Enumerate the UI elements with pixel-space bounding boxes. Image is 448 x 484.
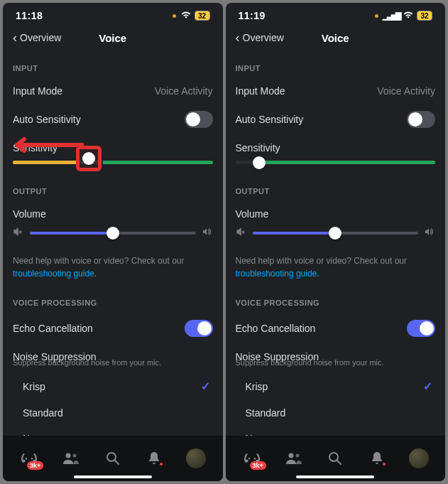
volume-label-row: Volume	[13, 201, 213, 222]
servers-badge: 3k+	[250, 461, 266, 470]
section-header-input: INPUT	[13, 51, 213, 78]
bottom-tab-bar: 3k+	[226, 436, 446, 481]
status-bar: 11:18 32	[3, 3, 223, 24]
svg-point-0	[66, 453, 71, 458]
annotation-arrow-icon	[13, 136, 84, 154]
auto-sensitivity-toggle[interactable]	[185, 111, 213, 128]
input-mode-row[interactable]: Input Mode Voice Activity	[236, 78, 436, 104]
nav-bar: ‹ Overview Voice	[3, 24, 223, 51]
auto-sensitivity-label: Auto Sensitivity	[13, 114, 81, 125]
nav-bar: ‹ Overview Voice	[226, 24, 446, 51]
volume-slider[interactable]	[13, 222, 213, 249]
echo-cancellation-row: Echo Cancellation	[236, 313, 436, 344]
troubleshooting-link[interactable]: troubleshooting guide	[236, 269, 317, 279]
status-icons: ▁▃▅▇ 32	[375, 11, 432, 21]
location-dot-icon	[375, 14, 378, 18]
echo-cancellation-label: Echo Cancellation	[13, 323, 93, 334]
svg-point-3	[288, 453, 293, 458]
wifi-icon	[180, 11, 192, 21]
echo-cancellation-label: Echo Cancellation	[236, 323, 316, 334]
page-title: Voice	[99, 32, 126, 44]
sensitivity-slider[interactable]	[13, 156, 213, 174]
auto-sensitivity-toggle[interactable]	[407, 111, 435, 128]
page-title: Voice	[322, 32, 349, 44]
input-mode-row[interactable]: Input Mode Voice Activity	[13, 78, 213, 104]
status-icons: 32	[173, 11, 210, 21]
back-label: Overview	[20, 32, 61, 43]
tab-search[interactable]	[319, 443, 351, 474]
section-header-voice-processing: VOICE PROCESSING	[13, 286, 213, 313]
bottom-tab-bar: 3k+	[3, 436, 223, 481]
noise-option-krisp[interactable]: Krisp ✓	[13, 372, 213, 400]
status-bar: 11:19 ▁▃▅▇ 32	[226, 3, 446, 24]
wifi-icon	[403, 11, 414, 21]
noise-suppression-subtext: Suppress background noise from your mic.	[13, 358, 213, 372]
chevron-left-icon: ‹	[236, 31, 240, 44]
phone-right: 11:19 ▁▃▅▇ 32 ‹ Overview Voice INPUT I	[226, 3, 446, 481]
tab-servers[interactable]: 3k+	[236, 443, 268, 474]
volume-label: Volume	[13, 208, 46, 220]
section-header-output: OUTPUT	[236, 174, 436, 201]
tab-servers[interactable]: 3k+	[13, 443, 45, 474]
avatar	[186, 448, 206, 468]
section-header-output: OUTPUT	[13, 174, 213, 201]
volume-label-row: Volume	[236, 201, 436, 222]
avatar	[409, 448, 429, 468]
noise-suppression-subtext: Suppress background noise from your mic.	[236, 358, 436, 372]
phone-left: 11:18 32 ‹ Overview Voice INPUT Input Mo…	[3, 3, 223, 481]
battery-icon: 32	[417, 11, 432, 21]
help-text: Need help with voice or video? Check out…	[236, 249, 436, 286]
tab-profile[interactable]	[403, 443, 435, 474]
svg-point-4	[295, 454, 299, 458]
tab-friends[interactable]	[55, 443, 87, 474]
auto-sensitivity-row: Auto Sensitivity	[13, 104, 213, 135]
tab-notifications[interactable]	[361, 443, 393, 474]
notification-dot-icon	[158, 461, 164, 467]
tab-friends[interactable]	[278, 443, 310, 474]
status-time: 11:18	[16, 10, 43, 21]
echo-cancellation-toggle[interactable]	[407, 320, 435, 337]
location-dot-icon	[173, 14, 176, 18]
help-text: Need help with voice or video? Check out…	[13, 249, 213, 286]
volume-slider[interactable]	[236, 222, 436, 249]
servers-badge: 3k+	[27, 461, 43, 470]
section-header-voice-processing: VOICE PROCESSING	[236, 286, 436, 313]
volume-mute-icon	[13, 227, 24, 239]
checkmark-icon: ✓	[423, 380, 435, 393]
auto-sensitivity-row: Auto Sensitivity	[236, 104, 436, 135]
back-button[interactable]: ‹ Overview	[13, 31, 61, 44]
tab-search[interactable]	[97, 443, 129, 474]
input-mode-label: Input Mode	[13, 85, 62, 97]
checkmark-icon: ✓	[201, 380, 213, 393]
noise-option-krisp[interactable]: Krisp ✓	[236, 372, 436, 400]
chevron-left-icon: ‹	[13, 31, 17, 44]
noise-option-standard[interactable]: Standard	[13, 400, 213, 426]
auto-sensitivity-label: Auto Sensitivity	[236, 114, 304, 125]
echo-cancellation-toggle[interactable]	[185, 320, 213, 337]
sensitivity-label-row: Sensitivity	[236, 135, 436, 156]
noise-option-standard[interactable]: Standard	[236, 400, 436, 426]
svg-point-2	[107, 453, 116, 461]
troubleshooting-link[interactable]: troubleshooting guide	[13, 269, 94, 279]
home-indicator	[74, 475, 152, 478]
section-header-input: INPUT	[236, 51, 436, 78]
volume-mute-icon	[236, 227, 247, 239]
back-label: Overview	[243, 32, 284, 43]
status-time: 11:19	[239, 10, 266, 21]
volume-up-icon	[424, 227, 435, 239]
annotation-highlight-box	[76, 146, 102, 171]
volume-up-icon	[202, 227, 213, 239]
notification-dot-icon	[381, 461, 387, 467]
tab-profile[interactable]	[180, 443, 212, 474]
input-mode-label: Input Mode	[236, 85, 285, 97]
volume-label: Volume	[236, 208, 269, 220]
tab-notifications[interactable]	[138, 443, 170, 474]
sensitivity-slider[interactable]	[236, 156, 436, 174]
back-button[interactable]: ‹ Overview	[236, 31, 284, 44]
svg-point-1	[73, 454, 77, 458]
battery-icon: 32	[195, 11, 210, 21]
echo-cancellation-row: Echo Cancellation	[13, 313, 213, 344]
home-indicator	[296, 475, 374, 478]
svg-point-5	[329, 453, 338, 461]
sensitivity-label: Sensitivity	[236, 142, 280, 154]
